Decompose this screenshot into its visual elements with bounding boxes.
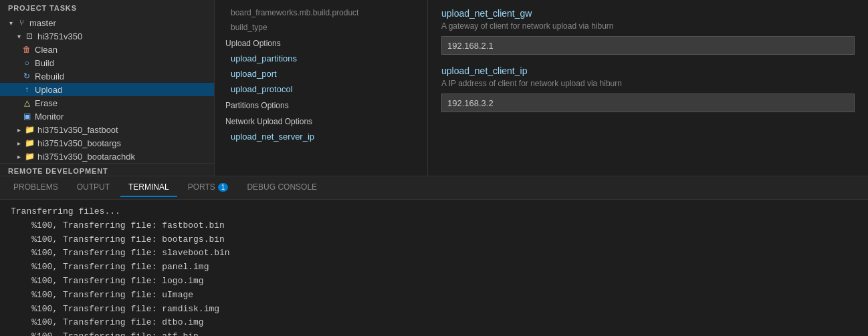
git-icon: ⑂ (16, 17, 27, 28)
tree-item-label: hi3751v350_bootargs (37, 138, 121, 148)
sidebar-item-rebuild[interactable]: ↻Rebuild (0, 69, 214, 83)
config-section-header: Network Upload Options (215, 113, 427, 129)
sidebar-item-master[interactable]: ▾⑂master (0, 16, 214, 29)
tree-item-label: Build (35, 58, 54, 68)
terminal-line: %100, Transferring file: fastboot.bin (11, 219, 857, 233)
prop-description: A gateway of client for network upload v… (441, 21, 855, 31)
device-icon: ⊡ (24, 31, 35, 41)
monitor-icon: ▣ (21, 111, 32, 122)
project-tree: ▾⑂master▾⊡hi3751v350🗑Clean○Build↻Rebuild… (0, 16, 214, 163)
tree-item-label: Monitor (35, 112, 64, 122)
terminal-line: %100, Transferring file: panel.img (11, 261, 857, 275)
sidebar-item-monitor[interactable]: ▣Monitor (0, 110, 214, 123)
prop-value[interactable]: 192.168.3.2 (441, 94, 855, 112)
sidebar-item-erase[interactable]: △Erase (0, 96, 214, 110)
folder-icon: 📁 (24, 151, 35, 162)
chevron-icon: ▾ (5, 17, 16, 28)
rebuild-icon: ↻ (21, 71, 32, 81)
sidebar-item-hi3751v350_bootarachdk[interactable]: ▸📁hi3751v350_bootarachdk (0, 150, 214, 163)
tab-problems[interactable]: PROBLEMS (5, 178, 66, 197)
terminal-line: %100, Transferring file: ramdisk.img (11, 303, 857, 317)
config-panel: board_frameworks.mb.build.productbuild_t… (214, 0, 428, 176)
circle-icon: ○ (21, 57, 32, 68)
upload-icon: ↑ (21, 84, 32, 95)
terminal-line: %100, Transferring file: uImage (11, 289, 857, 303)
config-item-upload_partitions[interactable]: upload_partitions (215, 51, 427, 66)
sidebar: PROJECT TASKS ▾⑂master▾⊡hi3751v350🗑Clean… (0, 0, 214, 176)
config-section-header: Upload Options (215, 35, 427, 51)
sidebar-item-build[interactable]: ○Build (0, 56, 214, 69)
sidebar-item-hi3751v350_fastboot[interactable]: ▸📁hi3751v350_fastboot (0, 123, 214, 136)
trash-icon: 🗑 (21, 44, 32, 55)
config-text-item: board_frameworks.mb.build.product (215, 5, 427, 20)
sidebar-item-hi3751v350[interactable]: ▾⊡hi3751v350 (0, 29, 214, 43)
sidebar-item-clean[interactable]: 🗑Clean (0, 43, 214, 56)
bottom-panel: PROBLEMSOUTPUTTERMINALPORTS1DEBUG CONSOL… (0, 176, 868, 336)
prop-name: upload_net_client_gw (441, 8, 855, 19)
tree-item-label: Clean (35, 45, 58, 55)
remote-dev-section: REMOTE DEVELOPMENT 🖥 Local PC ⚙ (0, 163, 214, 176)
tree-item-label: hi3751v350 (37, 31, 82, 41)
chevron-icon: ▸ (13, 151, 24, 162)
tab-output[interactable]: OUTPUT (69, 178, 118, 197)
terminal-line: Transferring files... (11, 205, 857, 219)
tree-item-label: master (29, 18, 56, 28)
config-text-item: build_type (215, 20, 427, 35)
tree-item-label: hi3751v350_fastboot (37, 125, 118, 135)
terminal-line: %100, Transferring file: bootargs.bin (11, 233, 857, 247)
folder-icon: 📁 (24, 138, 35, 148)
tab-debug_console[interactable]: DEBUG CONSOLE (239, 178, 325, 197)
terminal-tab-bar: PROBLEMSOUTPUTTERMINALPORTS1DEBUG CONSOL… (0, 176, 868, 200)
terminal-line: %100, Transferring file: logo.img (11, 275, 857, 289)
prop-name: upload_net_client_ip (441, 65, 855, 76)
terminal-line: %100, Transferring file: atf.bin (11, 330, 857, 336)
sidebar-item-hi3751v350_bootargs[interactable]: ▸📁hi3751v350_bootargs (0, 136, 214, 150)
tree-item-label: Upload (35, 85, 62, 95)
sidebar-item-upload[interactable]: ↑Upload (0, 83, 214, 96)
terminal-line: %100, Transferring file: dtbo.img (11, 316, 857, 330)
config-item-upload_net_server_ip[interactable]: upload_net_server_ip (215, 129, 427, 144)
remote-dev-header: REMOTE DEVELOPMENT (0, 164, 214, 176)
erase-icon: △ (21, 98, 32, 108)
folder-icon: 📁 (24, 124, 35, 135)
chevron-icon: ▾ (13, 31, 24, 41)
tree-item-label: Rebuild (35, 71, 64, 81)
terminal-line: %100, Transferring file: slaveboot.bin (11, 246, 857, 261)
prop-value[interactable]: 192.168.2.1 (441, 36, 855, 55)
tree-item-label: Erase (35, 98, 58, 108)
config-item-upload_port[interactable]: upload_port (215, 66, 427, 81)
terminal-output: Transferring files... %100, Transferring… (0, 200, 868, 336)
chevron-icon: ▸ (13, 124, 24, 135)
properties-panel: upload_net_client_gwA gateway of client … (428, 0, 868, 176)
tab-ports[interactable]: PORTS1 (180, 178, 237, 197)
tree-item-label: hi3751v350_bootarachdk (37, 152, 135, 162)
config-section-header: Partitions Options (215, 97, 427, 113)
prop-description: A IP address of client for network uploa… (441, 79, 855, 88)
tab-ports-badge: 1 (218, 183, 229, 192)
config-item-upload_protocol[interactable]: upload_protocol (215, 81, 427, 97)
chevron-icon: ▸ (13, 138, 24, 148)
project-tasks-header: PROJECT TASKS (0, 0, 214, 16)
tab-terminal[interactable]: TERMINAL (120, 178, 177, 197)
